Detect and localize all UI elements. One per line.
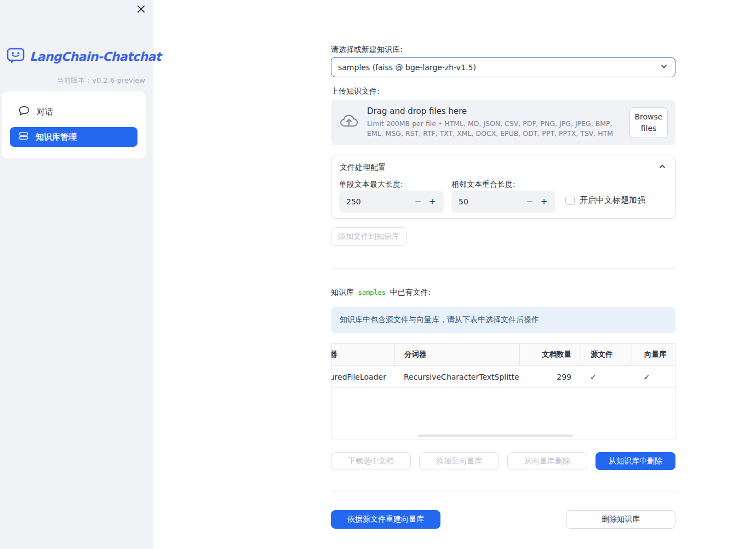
column-header-vector-store[interactable]: 向量库: [632, 344, 675, 365]
delete-from-vector-store-button[interactable]: 从向量库删除: [507, 452, 587, 470]
browse-files-button[interactable]: Browse files: [629, 107, 668, 138]
overlap-decrement-button[interactable]: −: [523, 197, 537, 207]
table-header-row: 文档加载器 分词器 文档数量 源文件 向量库: [331, 344, 675, 366]
column-header-doc-count[interactable]: 文档数量: [519, 344, 580, 365]
delete-from-kb-button[interactable]: 从知识库中删除: [595, 452, 675, 470]
overlap-label: 相邻文本重合长度:: [451, 180, 516, 190]
sidebar-close-button[interactable]: [135, 4, 146, 15]
expander-title: 文件处理配置: [340, 163, 386, 173]
zh-title-enhance-checkbox[interactable]: [565, 196, 575, 205]
cell-vector-store-check: ✓: [632, 366, 675, 387]
chunk-size-input[interactable]: 250 − +: [339, 191, 444, 213]
file-action-buttons: 下载选中文档 添加至向量库 从向量库删除 从知识库中删除: [331, 452, 675, 470]
divider: [331, 491, 675, 491]
chunk-size-decrement-button[interactable]: −: [411, 197, 425, 207]
chat-bubble-icon: [19, 106, 30, 118]
divider: [331, 268, 675, 269]
chevron-down-icon: [660, 62, 668, 72]
kb-files-table[interactable]: 文档加载器 分词器 文档数量 源文件 向量库 UnstructuredFileL…: [331, 343, 675, 439]
sidebar-item-label: 知识库管理: [36, 132, 77, 142]
dropzone-title: Drag and drop files here: [367, 106, 621, 116]
zh-title-enhance-row[interactable]: 开启中文标题加强: [565, 195, 645, 205]
kb-files-heading: 知识库 samples 中已有文件:: [331, 288, 431, 298]
file-dropzone[interactable]: Drag and drop files here Limit 200MB per…: [331, 100, 675, 145]
close-icon: [137, 5, 145, 15]
download-selected-button[interactable]: 下载选中文档: [331, 452, 411, 470]
chunk-size-value: 250: [346, 197, 411, 206]
overlap-value: 50: [459, 197, 523, 206]
chunk-size-increment-button[interactable]: +: [425, 197, 439, 207]
app-title: LangChain-Chatchat: [30, 50, 161, 64]
cloud-upload-icon: [340, 113, 358, 131]
zh-title-enhance-label: 开启中文标题加强: [580, 195, 645, 205]
chatchat-logo-icon: [7, 47, 25, 66]
expander-header[interactable]: 文件处理配置: [331, 156, 675, 173]
delete-knowledge-base-button[interactable]: 删除知识库: [566, 510, 675, 529]
app-logo: LangChain-Chatchat: [7, 47, 161, 66]
chevron-up-icon: [658, 162, 667, 173]
info-banner-text: 知识库中包含源文件与向量库，请从下表中选择文件后操作: [340, 315, 539, 325]
kb-selected-value: samples (faiss @ bge-large-zh-v1.5): [338, 63, 476, 72]
sidebar-menu: 对话 知识库管理: [2, 92, 146, 158]
sidebar-item-dialogue[interactable]: 对话: [10, 102, 138, 122]
column-header-source-file[interactable]: 源文件: [580, 344, 632, 365]
info-banner: 知识库中包含源文件与向量库，请从下表中选择文件后操作: [331, 307, 675, 333]
upload-label: 上传知识文件:: [331, 87, 380, 96]
column-header-loader[interactable]: 文档加载器: [331, 344, 394, 365]
sidebar-item-knowledge-base[interactable]: 知识库管理: [10, 127, 138, 147]
cell-source-file-check: ✓: [580, 366, 632, 387]
main-content: 请选择或新建知识库: samples (faiss @ bge-large-zh…: [331, 0, 675, 549]
dropzone-hint: Limit 200MB per file • HTML, MD, JSON, C…: [367, 119, 621, 139]
cell-loader: UnstructuredFileLoader: [331, 366, 394, 387]
list-bars-icon: [19, 131, 28, 143]
dropzone-text: Drag and drop files here Limit 200MB per…: [367, 106, 621, 139]
table-row[interactable]: UnstructuredFileLoader RecursiveCharacte…: [331, 366, 675, 388]
table-horizontal-scrollbar[interactable]: [418, 434, 573, 437]
add-files-to-kb-button[interactable]: 添加文件到知识库: [331, 227, 406, 246]
kb-name-code: samples: [356, 289, 387, 296]
sidebar: LangChain-Chatchat 当前版本：v0.2.6-preview 对…: [0, 0, 153, 549]
version-text: 当前版本：v0.2.6-preview: [56, 76, 145, 85]
file-config-expander: 文件处理配置 单段文本最大长度: 相邻文本重合长度: 250 − + 50 − …: [331, 156, 675, 219]
sidebar-item-label: 对话: [37, 107, 53, 117]
cell-doc-count: 299: [519, 366, 580, 387]
cell-splitter: RecursiveCharacterTextSplitter: [394, 366, 519, 387]
overlap-increment-button[interactable]: +: [537, 197, 551, 207]
kb-select-label: 请选择或新建知识库:: [331, 45, 403, 55]
knowledge-base-select[interactable]: samples (faiss @ bge-large-zh-v1.5): [331, 57, 675, 77]
column-header-splitter[interactable]: 分词器: [394, 344, 519, 365]
add-to-vector-store-button[interactable]: 添加至向量库: [419, 452, 499, 470]
chunk-size-label: 单段文本最大长度:: [339, 180, 403, 190]
rebuild-vector-store-button[interactable]: 依据源文件重建向量库: [331, 510, 440, 529]
overlap-input[interactable]: 50 − +: [451, 191, 555, 213]
